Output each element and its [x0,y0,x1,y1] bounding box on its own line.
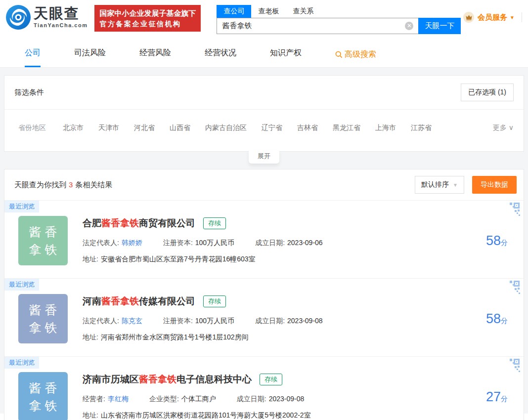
company-score[interactable]: 58分 [478,311,511,327]
expand-filters-button[interactable]: 展开 [249,150,279,164]
logo-title: 天眼查 [34,6,88,21]
province-item-liaoning[interactable]: 辽宁省 [262,124,282,132]
tab-company[interactable]: 公司 [25,48,41,67]
keyword-highlight: 酱香拿铁 [139,374,176,384]
search-tabs: 查公司 查老板 查关系 [217,5,461,18]
company-name-link[interactable]: 合肥酱香拿铁商贸有限公司 [83,217,195,230]
establish-date-field: 成立日期:2023-09-08 [237,395,305,404]
province-item-neimenggu[interactable]: 内蒙古自治区 [205,124,247,132]
company-avatar[interactable]: 酱香 拿铁 [18,372,68,420]
province-item-heilongjiang[interactable]: 黑龙江省 [333,124,360,132]
promo-badge: 国家中小企业发展子基金旗下 官方备案企业征信机构 [94,5,201,32]
province-filter-label: 省份地区 [18,124,46,132]
address-field: 地址:安徽省合肥市蜀山区东至路7号丹青花园16幢603室 [83,255,478,264]
province-item-beijing[interactable]: 北京市 [63,124,84,132]
province-item-jiangsu[interactable]: 江苏省 [411,124,432,132]
promo-line2: 官方备案企业征信机构 [99,19,196,29]
search-button[interactable]: 天眼一下 [418,18,461,34]
search-tab-boss[interactable]: 查老板 [251,5,286,18]
province-item-shanghai[interactable]: 上海市 [375,124,396,132]
export-data-button[interactable]: 导出数据 [472,176,517,194]
advanced-search-link[interactable]: 高级搜索 [335,49,376,67]
legal-rep-link[interactable]: 陈克玄 [122,317,142,325]
province-item-hebei[interactable]: 河北省 [134,124,155,132]
advanced-search-label: 高级搜索 [345,49,376,60]
legal-rep-field: 法定代表人:韩娇娇 [83,239,142,248]
category-nav: 公司 司法风险 经营风险 经营状况 知识产权 高级搜索 [0,38,528,68]
results-summary: 天眼查为你找到3条相关结果 [14,180,112,190]
registered-capital-field: 注册资本:100万人民币 [163,317,234,326]
chevron-down-icon: ∨ [509,124,514,131]
promo-line1: 国家中小企业发展子基金旗下 [99,8,196,19]
company-avatar[interactable]: 酱香 拿铁 [18,294,68,343]
company-card: 最近浏览 酱香 拿铁 济南市历城区酱香拿铁电子信息科技中心 存续 经营者:李红梅… [4,357,524,420]
establish-date-field: 成立日期:2023-09-06 [255,239,323,248]
legal-rep-link[interactable]: 韩娇娇 [122,239,142,247]
tab-operation-risk[interactable]: 经营风险 [139,48,171,67]
status-badge: 存续 [203,217,226,229]
status-badge: 存续 [203,295,226,307]
establish-date-field: 成立日期:2023-09-08 [255,317,323,326]
keyword-highlight: 酱香拿铁 [101,296,139,306]
filter-title: 筛选条件 [14,88,44,97]
company-name-link[interactable]: 河南酱香拿铁传媒有限公司 [83,295,195,308]
header-divider [522,12,522,22]
more-provinces-link[interactable]: 更多 ∨ [493,124,514,132]
company-name-link[interactable]: 济南市历城区酱香拿铁电子信息科技中心 [83,373,252,386]
search-box: ✕ [217,18,418,34]
search-input[interactable] [217,22,405,30]
recently-viewed-badge: 最近浏览 [4,279,39,291]
search-tab-company[interactable]: 查公司 [217,5,251,18]
crown-icon [463,12,474,23]
tab-intellectual-property[interactable]: 知识产权 [270,48,302,67]
qr-code-corner-icon[interactable] [504,281,521,297]
clear-search-icon[interactable]: ✕ [405,22,413,30]
operator-link[interactable]: 李红梅 [108,395,129,403]
company-avatar[interactable]: 酱香 拿铁 [18,216,68,265]
qr-code-corner-icon[interactable] [504,203,521,219]
tianyancha-logo[interactable]: 天眼查 TianYanCha.com [6,5,88,30]
recently-viewed-badge: 最近浏览 [4,357,39,369]
search-widget: 查公司 查老板 查关系 ✕ 天眼一下 [217,5,461,34]
sort-dropdown[interactable]: 默认排序▼ [415,176,464,194]
province-item-shanxi[interactable]: 山西省 [170,124,190,132]
logo-subtitle: TianYanCha.com [34,22,88,28]
chevron-down-icon: ▼ [453,182,458,188]
page-header: 天眼查 TianYanCha.com 国家中小企业发展子基金旗下 官方备案企业征… [0,0,528,38]
province-filter-row: 省份地区 北京市 天津市 河北省 山西省 内蒙古自治区 辽宁省 吉林省 黑龙江省… [4,110,524,151]
tab-operation-status[interactable]: 经营状况 [205,48,236,67]
search-icon [335,51,343,58]
results-count: 3 [69,180,73,189]
registered-capital-field: 注册资本:100万人民币 [163,239,234,248]
company-card: 最近浏览 酱香 拿铁 合肥酱香拿铁商贸有限公司 存续 法定代表人:韩娇娇 注册资… [4,201,524,279]
filter-panel: 筛选条件 已存选项 (1) 省份地区 北京市 天津市 河北省 山西省 内蒙古自治… [4,75,524,152]
tab-judicial-risk[interactable]: 司法风险 [74,48,106,67]
main-area: 筛选条件 已存选项 (1) 省份地区 北京市 天津市 河北省 山西省 内蒙古自治… [0,68,528,414]
province-item-tianjin[interactable]: 天津市 [98,124,119,132]
company-score[interactable]: 58分 [478,233,511,249]
province-item-jilin[interactable]: 吉林省 [297,124,318,132]
search-tab-relation[interactable]: 查关系 [286,5,320,18]
company-card: 最近浏览 酱香 拿铁 河南酱香拿铁传媒有限公司 存续 法定代表人:陈克玄 注册资… [4,279,524,357]
saved-options-button[interactable]: 已存选项 (1) [461,84,514,101]
address-field: 地址:山东省济南市历城区洪家楼街道花园路101号海蔚大厦5号楼2002-2室 [83,411,478,420]
keyword-highlight: 酱香拿铁 [101,218,139,228]
logo-swirl-icon [6,5,31,30]
legal-rep-field: 法定代表人:陈克玄 [83,317,142,326]
member-service-label: 会员服务 [478,13,507,22]
qr-code-corner-icon[interactable] [504,359,521,376]
recently-viewed-badge: 最近浏览 [4,201,39,212]
member-service[interactable]: 会员服务 ▼ [463,12,522,23]
enterprise-type-field: 企业类型:个体工商户 [149,395,216,404]
address-field: 地址:河南省郑州市金水区商贸路1号1号楼1层102房间 [83,333,478,342]
results-header: 天眼查为你找到3条相关结果 默认排序▼ 导出数据 [4,169,524,201]
company-score[interactable]: 27分 [478,389,511,405]
chevron-down-icon: ▼ [510,15,515,20]
status-badge: 存续 [260,374,282,385]
operator-field: 经营者:李红梅 [83,395,129,404]
results-panel: 天眼查为你找到3条相关结果 默认排序▼ 导出数据 最近浏览 酱香 拿铁 合肥酱香… [4,169,524,420]
